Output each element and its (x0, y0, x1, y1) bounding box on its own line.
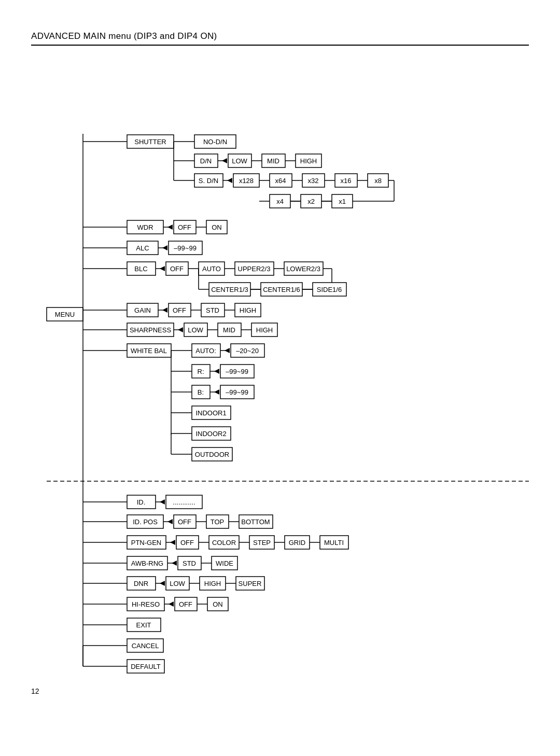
wdr-box: WDR (137, 223, 153, 231)
x2-box: x2 (307, 198, 315, 205)
upper23-box: UPPER2/3 (238, 265, 271, 273)
dnr-super-box: SUPER (239, 580, 262, 587)
ptngen-multi-box: MULTI (324, 539, 344, 547)
blc-off-box: OFF (170, 265, 184, 273)
hireso-on-box: ON (213, 600, 223, 608)
diagram: MENU SHUTTER NO-D/N D/N LOW MID HIGH (31, 61, 529, 683)
dnr-low-box: LOW (170, 580, 185, 587)
wb-r-range-box: –99~99 (226, 368, 248, 375)
shutter-box: SHUTTER (134, 138, 166, 146)
ptngen-step-box: STEP (253, 539, 271, 547)
ptngen-color-box: COLOR (212, 539, 236, 547)
hireso-off-box: OFF (179, 600, 192, 608)
whitebal-box: WHITE BAL (131, 347, 167, 355)
sharp-mid-box: MID (223, 326, 235, 334)
x32-box: x32 (308, 177, 319, 185)
x16-box: x16 (341, 177, 352, 185)
wb-b-box: B: (198, 388, 204, 396)
default-box: DEFAULT (131, 663, 161, 670)
lower23-box: LOWER2/3 (286, 265, 320, 273)
gain-box: GAIN (134, 306, 151, 314)
wdr-on-box: ON (212, 223, 222, 231)
low-box-dn: LOW (232, 157, 247, 165)
ptngen-off-box: OFF (180, 539, 194, 547)
awbrng-wide-box: WIDE (216, 559, 233, 567)
cancel-box: CANCEL (132, 642, 159, 650)
sharpness-box: SHARPNESS (130, 326, 172, 334)
id-value-box: ............ (173, 498, 195, 506)
sharp-high-box: HIGH (256, 326, 273, 334)
high-box-dn: HIGH (300, 157, 317, 165)
mid-box-dn: MID (267, 157, 279, 165)
wb-r-box: R: (198, 368, 204, 375)
gain-std-box: STD (206, 306, 219, 314)
side16-box: SIDE1/6 (317, 286, 342, 293)
alc-range-box: –99~99 (174, 244, 197, 252)
wb-auto-box: AUTO: (195, 347, 216, 355)
indoor1-box: INDOOR1 (195, 409, 226, 417)
indoor2-box: INDOOR2 (195, 430, 226, 438)
ptngen-box: PTN-GEN (131, 539, 162, 547)
hireso-box: HI-RESO (132, 600, 160, 608)
blc-auto-box: AUTO (202, 265, 221, 273)
dnr-box: DNR (134, 580, 148, 587)
menu-label: MENU (55, 311, 75, 318)
dnr-high-box: HIGH (204, 580, 221, 587)
wdr-off-box: OFF (178, 223, 191, 231)
dn-box: D/N (200, 157, 212, 165)
page-number: 12 (31, 687, 39, 695)
id-box: ID. (137, 498, 146, 506)
x4-box: x4 (276, 198, 284, 205)
x64-box: x64 (275, 177, 286, 185)
awbrng-box: AWB-RNG (131, 559, 163, 567)
page-title: ADVANCED MAIN menu (DIP3 and DIP4 ON) (31, 31, 529, 46)
idpos-box: ID. POS (133, 518, 158, 526)
center13-box: CENTER1/3 (211, 286, 248, 293)
center16-box: CENTER1/6 (263, 286, 300, 293)
page: ADVANCED MAIN menu (DIP3 and DIP4 ON) ME… (0, 0, 560, 716)
x128-box: x128 (239, 177, 254, 185)
idpos-top-box: TOP (211, 518, 225, 526)
no-dn-box: NO-D/N (203, 138, 227, 146)
sdn-box: S. D/N (199, 177, 218, 185)
x8-box: x8 (374, 177, 382, 185)
awbrng-std-box: STD (183, 559, 196, 567)
outdoor-box: OUTDOOR (195, 451, 229, 458)
idpos-off-box: OFF (178, 518, 191, 526)
alc-box: ALC (136, 244, 149, 252)
idpos-bottom-box: BOTTOM (241, 518, 270, 526)
x1-box: x1 (339, 198, 346, 205)
wb-b-range-box: –99~99 (226, 388, 248, 396)
gain-off-box: OFF (173, 306, 186, 314)
ptngen-grid-box: GRID (289, 539, 306, 547)
blc-box: BLC (134, 265, 147, 273)
sharp-low-box: LOW (188, 326, 203, 334)
gain-high-box: HIGH (240, 306, 257, 314)
exit-box: EXIT (136, 621, 151, 629)
wb-auto-range-box: –20~20 (236, 347, 259, 355)
